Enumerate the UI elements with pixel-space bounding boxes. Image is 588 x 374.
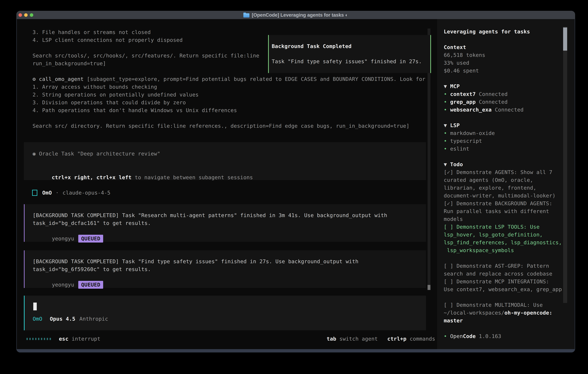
task-meta: yeongyuQUEUED <box>33 273 103 281</box>
close-button[interactable] <box>19 13 22 17</box>
sidebar-line: • context7 Connected <box>444 90 562 98</box>
spinner-dot <box>44 338 45 340</box>
terminal-line: 2. String operations on potentially unde… <box>32 91 425 99</box>
sidebar-line: • eslint <box>444 145 562 153</box>
sidebar-scrollbar[interactable] <box>563 27 567 303</box>
notification-body: Task "Find type safety issues" finished … <box>272 58 422 65</box>
sidebar-line: • typescript <box>444 137 562 145</box>
terminal-line: ⚙ call_omo_agent [subagent_type=explore,… <box>32 75 425 83</box>
minimize-button[interactable] <box>24 13 28 17</box>
separator-dot: · <box>56 189 59 197</box>
agent-name: OmO <box>42 189 52 197</box>
task-meta: yeongyuQUEUED <box>33 227 103 235</box>
sidebar-line: ~/local-workspaces/oh-my-opencode: <box>444 309 562 317</box>
notification-title: Background Task Completed <box>272 42 352 50</box>
spinner-dot <box>50 338 51 340</box>
terminal-line: 1. Array access without bounds checking <box>32 83 425 91</box>
sidebar-line <box>444 254 562 262</box>
task-message: [BACKGROUND TASK COMPLETED] Task "Find t… <box>24 250 426 288</box>
sidebar-line: master <box>444 317 562 324</box>
sidebar-scrollbar-thumb[interactable] <box>563 28 567 51</box>
tab-key-hint: tab <box>327 335 336 343</box>
interrupt-label <box>68 336 72 342</box>
task-id-line: task_id="bg_6f59260c" to get results. <box>33 265 151 273</box>
spinner-dot <box>26 338 28 340</box>
sidebar-line: librarian, explore, frontend, <box>444 184 562 192</box>
subagent-nav-hint: ctrl+x right, ctrl+x left to navigate be… <box>32 166 253 174</box>
sidebar-line: • grep_app Connected <box>444 98 562 106</box>
spinner-dot <box>41 338 42 340</box>
oracle-task-line: ◉ Oracle Task "Deep architecture review" <box>32 150 160 158</box>
task-message-text: [BACKGROUND TASK COMPLETED] Task "Resear… <box>33 211 387 219</box>
sidebar-line: search and replace across codebase <box>444 270 562 278</box>
agent-checkbox-icon <box>32 190 37 196</box>
bottom-chrome <box>16 349 575 353</box>
input-provider: Anthropic <box>79 315 108 323</box>
commands-label: commands <box>410 335 435 343</box>
input-model: Opus 4.5 <box>50 315 75 323</box>
task-author: yeongyu <box>52 282 74 288</box>
sidebar-line: Context <box>444 43 562 51</box>
terminal-line: 4. Path operations that don't handle Win… <box>32 106 425 114</box>
sidebar-line <box>444 153 562 161</box>
sidebar-line: Leveraging agents for tasks <box>444 28 562 36</box>
input-model-line: OmO Opus 4.5 Anthropic <box>33 315 108 323</box>
terminal-line: 3. Division operations that could divide… <box>32 99 425 106</box>
statusbar-right: tab switch agent ctrl+p commands <box>327 335 435 343</box>
spinner-dot <box>35 338 36 340</box>
zoom-button[interactable] <box>30 13 33 17</box>
ctrlp-key-hint: ctrl+p <box>387 335 406 343</box>
notification-toast: Background Task Completed Task "Find typ… <box>268 35 431 73</box>
sidebar-line: [ ] Demonstrate LSP TOOLS: Use <box>444 223 562 231</box>
spinner-dot <box>29 338 31 340</box>
sidebar-line: [✓] Demonstrate BACKGROUND AGENTS: <box>444 200 562 208</box>
sidebar-line: [ ] Demonstrate AST-GREP: Pattern <box>444 262 562 270</box>
task-message: [BACKGROUND TASK COMPLETED] Task "Resear… <box>24 204 426 242</box>
spinner-dot <box>38 338 39 340</box>
sidebar-line: 33% used <box>444 59 562 67</box>
sidebar-line: models <box>444 215 562 223</box>
sidebar-line: curated agents (OmO, oracle, <box>444 176 562 184</box>
spinner-dot <box>47 338 48 340</box>
oracle-task-box: ◉ Oracle Task "Deep architecture review"… <box>24 142 426 180</box>
titlebar: [OpenCode] Leveraging agents for tasks ◐ <box>16 11 575 19</box>
sidebar-content: Leveraging agents for tasksContext66,518… <box>444 28 562 340</box>
input-cursor <box>33 302 37 310</box>
sidebar-line: lsp_hover, lsp_goto_definition, <box>444 231 562 239</box>
task-author: yeongyu <box>52 236 74 241</box>
agent-header: OmO · claude-opus-4-5 <box>32 189 110 197</box>
main-scrollbar-thumb[interactable] <box>428 285 430 290</box>
esc-key-hint: esc <box>59 336 68 342</box>
interrupt-hint: esc interrupt <box>59 335 100 343</box>
sidebar-line: 66,518 tokens <box>444 51 562 59</box>
folder-icon <box>243 13 250 18</box>
sidebar-line <box>444 114 562 122</box>
nav-keys: ctrl+x right, ctrl+x left <box>52 174 132 180</box>
queued-badge: QUEUED <box>78 235 103 242</box>
prompt-input[interactable]: OmO Opus 4.5 Anthropic <box>24 296 426 330</box>
terminal-line: Search src/ directory. Return specific f… <box>32 122 425 130</box>
sidebar-line: $0.46 spent <box>444 67 562 75</box>
sidebar-line: Run parallel tasks with different <box>444 208 562 215</box>
sidebar-line[interactable]: ▼ MCP <box>444 83 562 90</box>
sidebar-line: document-writer, multimodal-looker) <box>444 192 562 200</box>
sidebar-line <box>444 36 562 43</box>
sidebar-line: [ ] Demonstrate MCP INTEGRATIONS: <box>444 278 562 285</box>
agent-model: claude-opus-4-5 <box>63 189 110 197</box>
progress-dots <box>26 335 51 343</box>
sidebar-line: lsp_find_references, lsp_diagnostics, <box>444 239 562 246</box>
terminal-line <box>32 114 425 122</box>
spinner-dot <box>32 338 33 340</box>
sidebar-line: lsp_workspace_symbols <box>444 246 562 254</box>
sidebar-line[interactable]: ▼ LSP <box>444 122 562 129</box>
window-title: [OpenCode] Leveraging agents for tasks ◐ <box>252 12 348 18</box>
sidebar-line: • websearch_exa Connected <box>444 106 562 114</box>
sidebar-line[interactable]: ▼ Todo <box>444 161 562 168</box>
task-id-line: task_id="bg_dcfac161" to get results. <box>33 219 151 227</box>
sidebar-line: [ ] Demonstrate MULTIMODAL: Use <box>444 301 562 309</box>
sidebar-line <box>444 293 562 301</box>
terminal-window: [OpenCode] Leveraging agents for tasks ◐… <box>16 11 575 353</box>
switch-agent-label: switch agent <box>339 335 378 343</box>
sidebar-line <box>444 75 562 83</box>
sidebar-line: [✓] Demonstrate AGENTS: Show all 7 <box>444 168 562 176</box>
